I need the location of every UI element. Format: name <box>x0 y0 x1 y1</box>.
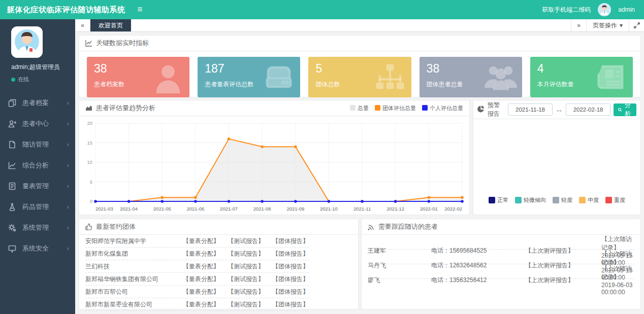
stat-card-month-assessments[interactable]: 4 本月评估数量 <box>530 57 633 97</box>
group-report-link[interactable]: 【团体报告】 <box>272 275 309 284</box>
tabs-scroll-right-icon[interactable]: » <box>571 19 586 31</box>
chevron-right-icon: › <box>67 224 69 231</box>
group-report-link[interactable]: 【团体报告】 <box>272 250 309 258</box>
date-from-input[interactable] <box>508 103 553 116</box>
tab-operations-dropdown[interactable]: 页签操作▾ <box>586 19 629 31</box>
group-report-link[interactable]: 【团体报告】 <box>272 237 309 246</box>
assign-scale-link[interactable]: 【量表分配】 <box>183 237 219 246</box>
test-report-link[interactable]: 【测试报告】 <box>228 288 264 296</box>
svg-text:2021-12: 2021-12 <box>387 206 404 212</box>
svg-text:2021-09: 2021-09 <box>286 206 304 212</box>
legend-swatch-severe <box>605 197 612 203</box>
assign-scale-link[interactable]: 【量表分配】 <box>183 275 219 284</box>
last-followup-record-link[interactable]: 【上次随访记录】 <box>601 250 632 266</box>
warning-legend: 正常 轻微倾向 轻度 中度 重度 <box>473 196 640 204</box>
last-followup-record-link[interactable]: 【上次随访记录】 <box>601 235 632 251</box>
svg-text:5: 5 <box>90 179 92 185</box>
stats-panel: 关键数据实时指标 38 患者档案数 187 患者量表评估总数 5 团体总数 <box>79 35 641 97</box>
warning-chart-area: 正常 轻微倾向 轻度 中度 重度 <box>473 119 640 215</box>
patient-phone: 电话：12632648562 <box>431 261 525 270</box>
patient-name: 廖飞 <box>368 276 431 285</box>
hdd-icon <box>262 60 296 94</box>
legend-swatch-personal <box>422 105 428 111</box>
assign-scale-link[interactable]: 【量表分配】 <box>183 300 219 309</box>
assign-scale-link[interactable]: 【量表分配】 <box>183 288 219 296</box>
stat-card-group-patients[interactable]: 38 团体患者总量 <box>420 57 522 97</box>
sidebar-item-drugs[interactable]: 药品管理› <box>0 196 75 217</box>
signed-groups-title: 最新签约团体 <box>96 222 136 231</box>
legend-swatch-group <box>375 105 380 111</box>
group-row: 新郑福华钢铁集团有限公司 【量表分配】【测试报告】【团体报告】 <box>85 273 309 286</box>
group-report-link[interactable]: 【团体报告】 <box>272 300 309 309</box>
last-assessment-report-link[interactable]: 【上次测评报告】 <box>525 276 601 285</box>
assign-scale-link[interactable]: 【量表分配】 <box>183 262 219 271</box>
last-assessment-report-link[interactable]: 【上次测评报告】 <box>525 261 601 270</box>
profile-block: admin;超级管理员 在线 <box>0 19 75 88</box>
followup-patients-header: 需要跟踪随访的患者 <box>362 219 640 235</box>
chevron-right-icon: › <box>67 141 69 148</box>
thumbs-up-icon <box>85 223 92 230</box>
sidebar-item-followup[interactable]: 随访管理› <box>0 134 75 155</box>
sidebar-item-patient-center[interactable]: 患者中心› <box>0 113 75 134</box>
analyze-button[interactable]: 分析 <box>614 103 636 116</box>
legend-swatch-total <box>350 105 356 111</box>
tab-bar: « 欢迎首页 » 页签操作▾ <box>75 19 644 32</box>
chart-line-icon <box>8 161 16 169</box>
last-followup-record-link[interactable]: 【上次随访记录】 <box>601 265 632 281</box>
sidebar-item-patient-archive[interactable]: 患者档案› <box>0 92 75 113</box>
line-chart-icon <box>85 40 92 47</box>
test-report-link[interactable]: 【测试报告】 <box>228 262 264 271</box>
warning-report-header: 预警报告 ↔ 分析 <box>473 100 640 119</box>
chevron-right-icon: › <box>67 203 69 211</box>
group-row: 新郑市新星枣业有限公司 【量表分配】【测试报告】【团体报告】 <box>85 298 309 311</box>
group-report-link[interactable]: 【团体报告】 <box>272 288 309 296</box>
chevron-right-icon: › <box>67 120 69 127</box>
date-to-input[interactable] <box>566 103 610 116</box>
last-assessment-report-link[interactable]: 【上次测评报告】 <box>525 247 601 255</box>
patient-phone: 电话：13563256412 <box>431 276 525 285</box>
stat-card-group-total[interactable]: 5 团体总数 <box>308 57 411 97</box>
patient-phone: 电话：15695684525 <box>431 247 525 255</box>
sidebar-item-system-security[interactable]: 系统安全› <box>0 238 75 259</box>
group-name: 安阳师范学院附属中学 <box>85 237 183 246</box>
online-dot-icon <box>11 78 15 82</box>
svg-text:2021-08: 2021-08 <box>253 206 271 212</box>
group-report-link[interactable]: 【团体报告】 <box>272 262 309 271</box>
file-alt-icon <box>8 182 16 190</box>
profile-avatar[interactable] <box>11 26 43 58</box>
followup-patients-title: 需要跟踪随访的患者 <box>378 222 438 231</box>
chevron-right-icon: › <box>67 245 69 252</box>
test-report-link[interactable]: 【测试报告】 <box>228 250 264 258</box>
svg-text:20: 20 <box>87 120 92 126</box>
legend-swatch-mild <box>553 197 559 203</box>
user-avatar[interactable] <box>598 3 611 16</box>
fullscreen-icon[interactable] <box>629 19 644 31</box>
sidebar-item-analysis[interactable]: 综合分析› <box>0 155 75 176</box>
svg-text:2021-06: 2021-06 <box>186 206 204 212</box>
group-name: 新郑福华钢铁集团有限公司 <box>85 275 183 284</box>
qr-code-link[interactable]: 获取手机端二维码 <box>542 6 591 14</box>
group-name: 新郑市化煤集团 <box>85 250 183 258</box>
profile-name: admin;超级管理员 <box>11 63 75 72</box>
tab-welcome[interactable]: 欢迎首页 <box>90 19 131 31</box>
followup-patients-list: 王建军 电话：15695684525 【上次测评报告】 【上次随访记录】 201… <box>362 235 640 279</box>
menu-toggle-icon[interactable]: ≡ <box>133 5 148 15</box>
flask-icon <box>8 203 16 211</box>
tabs-scroll-left-icon[interactable]: « <box>75 19 90 31</box>
trend-chart-svg: 2021-032021-042021-052021-062021-072021-… <box>82 118 466 215</box>
test-report-link[interactable]: 【测试报告】 <box>228 275 264 284</box>
sidebar-menu: 患者档案› 患者中心› 随访管理› 综合分析› 量表管理› 药品管理› 系统管理… <box>0 92 75 259</box>
stat-card-assessments-total[interactable]: 187 患者量表评估总数 <box>198 57 300 97</box>
sidebar-item-system-admin[interactable]: 系统管理› <box>0 217 75 238</box>
assign-scale-link[interactable]: 【量表分配】 <box>183 250 219 258</box>
group-name: 兰幻科技 <box>85 262 183 271</box>
trend-chart-body[interactable]: 2021-032021-042021-052021-062021-072021-… <box>79 116 469 217</box>
user-icon <box>151 60 185 94</box>
chart-legend: 总量 团体评估总量 个人评估总量 <box>350 104 463 112</box>
test-report-link[interactable]: 【测试报告】 <box>228 237 264 246</box>
sidebar-item-scales[interactable]: 量表管理› <box>0 176 75 196</box>
test-report-link[interactable]: 【测试报告】 <box>228 300 264 309</box>
svg-text:2022-01: 2022-01 <box>420 206 438 212</box>
navbar-username[interactable]: admin <box>618 6 635 13</box>
stat-card-patient-files[interactable]: 38 患者档案数 <box>87 57 189 97</box>
